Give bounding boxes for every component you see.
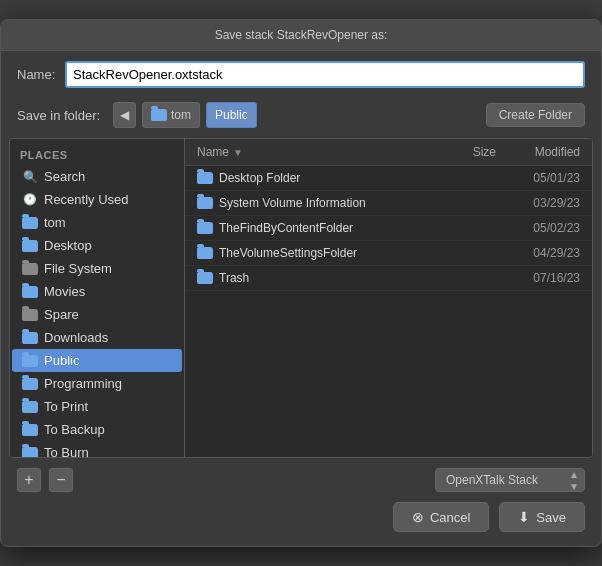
remove-icon: − xyxy=(56,472,65,488)
sidebar-item-file-system[interactable]: File System xyxy=(12,257,182,280)
save-button[interactable]: ⬇ Save xyxy=(499,502,585,532)
file-folder-icon xyxy=(197,272,213,284)
sidebar-label-to-backup: To Backup xyxy=(44,422,105,437)
file-modified: 04/29/23 xyxy=(500,246,580,260)
col-name-header[interactable]: Name ▼ xyxy=(197,145,432,159)
file-modified: 05/01/23 xyxy=(500,171,580,185)
filter-icon: ▼ xyxy=(233,147,243,158)
sidebar-item-public[interactable]: Public xyxy=(12,349,182,372)
action-buttons: ⊗ Cancel ⬇ Save xyxy=(1,502,601,546)
main-area: Places 🔍 Search 🕐 Recently Used tom Desk… xyxy=(9,138,593,458)
sidebar-label-file-system: File System xyxy=(44,261,112,276)
breadcrumb-public[interactable]: Public xyxy=(206,102,257,128)
to-print-folder-icon xyxy=(22,401,38,413)
save-in-label: Save in folder: xyxy=(17,108,107,123)
public-folder-icon xyxy=(22,355,38,367)
sidebar-label-search: Search xyxy=(44,169,85,184)
tom-folder-icon xyxy=(22,217,38,229)
name-input[interactable] xyxy=(65,61,585,88)
create-folder-label: Create Folder xyxy=(499,108,572,122)
sidebar-header: Places xyxy=(10,143,184,165)
cancel-icon: ⊗ xyxy=(412,509,424,525)
file-name: Desktop Folder xyxy=(219,171,428,185)
file-folder-icon xyxy=(197,172,213,184)
file-panel: Name ▼ Size Modified Desktop Folder 05/0… xyxy=(185,139,592,457)
name-row: Name: xyxy=(1,51,601,98)
col-modified-header: Modified xyxy=(500,145,580,159)
dialog-title: Save stack StackRevOpener as: xyxy=(215,28,388,42)
sidebar-label-desktop: Desktop xyxy=(44,238,92,253)
add-folder-button[interactable]: + xyxy=(17,468,41,492)
sidebar-label-movies: Movies xyxy=(44,284,85,299)
sidebar-item-spare[interactable]: Spare xyxy=(12,303,182,326)
table-row[interactable]: Trash 07/16/23 xyxy=(185,266,592,291)
file-folder-icon xyxy=(197,222,213,234)
sidebar-label-tom: tom xyxy=(44,215,66,230)
search-icon: 🔍 xyxy=(22,171,38,183)
file-modified: 05/02/23 xyxy=(500,221,580,235)
format-select-wrapper: OpenXTalk Stack LiveCode Stack XML JSON … xyxy=(435,468,585,492)
back-button[interactable]: ◀ xyxy=(113,102,136,128)
cancel-label: Cancel xyxy=(430,510,470,525)
title-bar: Save stack StackRevOpener as: xyxy=(1,20,601,51)
spare-folder-icon xyxy=(22,309,38,321)
sidebar-label-downloads: Downloads xyxy=(44,330,108,345)
desktop-folder-icon xyxy=(22,240,38,252)
format-select[interactable]: OpenXTalk Stack LiveCode Stack XML JSON xyxy=(435,468,585,492)
name-label: Name: xyxy=(17,67,57,82)
file-name: TheVolumeSettingsFolder xyxy=(219,246,428,260)
bottom-bar: + − OpenXTalk Stack LiveCode Stack XML J… xyxy=(1,458,601,502)
breadcrumb-public-label: Public xyxy=(215,108,248,122)
add-icon: + xyxy=(24,472,33,488)
sidebar-label-to-print: To Print xyxy=(44,399,88,414)
file-system-icon xyxy=(22,263,38,275)
sidebar-label-public: Public xyxy=(44,353,79,368)
file-header: Name ▼ Size Modified xyxy=(185,139,592,166)
breadcrumb-tom[interactable]: tom xyxy=(142,102,200,128)
col-size-header: Size xyxy=(436,145,496,159)
sidebar-item-search[interactable]: 🔍 Search xyxy=(12,165,182,188)
sidebar-item-tom[interactable]: tom xyxy=(12,211,182,234)
table-row[interactable]: Desktop Folder 05/01/23 xyxy=(185,166,592,191)
sidebar: Places 🔍 Search 🕐 Recently Used tom Desk… xyxy=(10,139,185,457)
save-label: Save xyxy=(536,510,566,525)
file-name: TheFindByContentFolder xyxy=(219,221,428,235)
remove-button[interactable]: − xyxy=(49,468,73,492)
to-burn-folder-icon xyxy=(22,447,38,458)
col-modified-label: Modified xyxy=(535,145,580,159)
sidebar-label-programming: Programming xyxy=(44,376,122,391)
create-folder-button[interactable]: Create Folder xyxy=(486,103,585,127)
file-folder-icon xyxy=(197,247,213,259)
table-row[interactable]: System Volume Information 03/29/23 xyxy=(185,191,592,216)
sidebar-item-to-burn[interactable]: To Burn xyxy=(12,441,182,457)
movies-folder-icon xyxy=(22,286,38,298)
to-backup-folder-icon xyxy=(22,424,38,436)
sidebar-label-spare: Spare xyxy=(44,307,79,322)
back-icon: ◀ xyxy=(120,108,129,122)
clock-icon: 🕐 xyxy=(22,194,38,206)
file-modified: 03/29/23 xyxy=(500,196,580,210)
save-dialog: Save stack StackRevOpener as: Name: Save… xyxy=(0,19,602,547)
file-folder-icon xyxy=(197,197,213,209)
sidebar-label-recently-used: Recently Used xyxy=(44,192,129,207)
sidebar-item-to-backup[interactable]: To Backup xyxy=(12,418,182,441)
programming-folder-icon xyxy=(22,378,38,390)
breadcrumb-tom-label: tom xyxy=(171,108,191,122)
folder-row: Save in folder: ◀ tom Public Create Fold… xyxy=(1,98,601,138)
table-row[interactable]: TheFindByContentFolder 05/02/23 xyxy=(185,216,592,241)
save-icon: ⬇ xyxy=(518,509,530,525)
file-name: System Volume Information xyxy=(219,196,428,210)
downloads-folder-icon xyxy=(22,332,38,344)
sidebar-item-recently-used[interactable]: 🕐 Recently Used xyxy=(12,188,182,211)
sidebar-item-programming[interactable]: Programming xyxy=(12,372,182,395)
file-name: Trash xyxy=(219,271,428,285)
sidebar-item-movies[interactable]: Movies xyxy=(12,280,182,303)
sidebar-item-downloads[interactable]: Downloads xyxy=(12,326,182,349)
tom-folder-icon xyxy=(151,109,167,121)
sidebar-item-desktop[interactable]: Desktop xyxy=(12,234,182,257)
sidebar-item-to-print[interactable]: To Print xyxy=(12,395,182,418)
cancel-button[interactable]: ⊗ Cancel xyxy=(393,502,489,532)
table-row[interactable]: TheVolumeSettingsFolder 04/29/23 xyxy=(185,241,592,266)
sidebar-label-to-burn: To Burn xyxy=(44,445,89,457)
col-size-label: Size xyxy=(473,145,496,159)
